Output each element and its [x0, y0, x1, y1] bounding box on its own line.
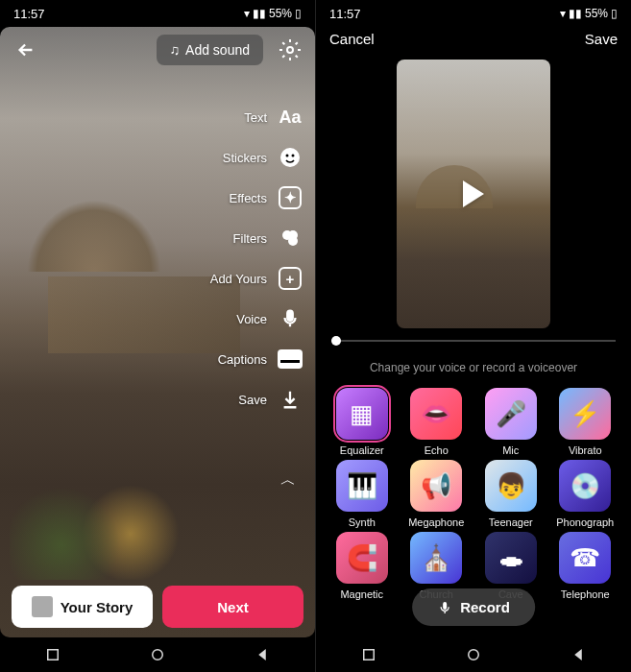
effect-icon: 👄 [410, 388, 462, 440]
svg-point-2 [286, 155, 289, 157]
svg-rect-8 [47, 650, 58, 660]
effect-icon: ⛪ [410, 532, 462, 584]
effect-megaphone[interactable]: 📢Megaphone [400, 460, 473, 528]
tool-voice[interactable]: Voice [210, 305, 303, 332]
tool-stickers[interactable]: Stickers [210, 144, 303, 171]
tool-save[interactable]: Save [210, 386, 303, 413]
slider-handle[interactable] [331, 336, 341, 346]
download-icon [277, 386, 303, 413]
effect-teenager[interactable]: 👦Teenager [474, 460, 547, 528]
status-right: ▾ ▮▮ 55% ▯ [244, 7, 302, 20]
timeline-slider[interactable] [331, 340, 616, 342]
tool-label: Voice [236, 312, 267, 326]
clock: 11:57 [13, 7, 45, 21]
status-right: ▾ ▮▮ 55% ▯ [560, 7, 618, 20]
effect-label: Megaphone [408, 516, 464, 528]
cc-icon: ▬▬ [277, 346, 303, 372]
record-button[interactable]: Record [412, 588, 535, 626]
effect-icon: 🎹 [336, 460, 388, 512]
effect-label: Equalizer [340, 444, 384, 456]
nav-back[interactable] [254, 646, 271, 663]
nav-home[interactable] [465, 646, 482, 663]
effect-equalizer[interactable]: ▦Equalizer [326, 388, 399, 456]
svg-point-12 [469, 650, 479, 660]
effect-label: Synth [349, 516, 376, 528]
modal-header: Cancel Save [316, 31, 631, 47]
svg-point-0 [287, 47, 293, 53]
tool-label: Add Yours [210, 272, 267, 286]
effect-vibrato[interactable]: ⚡Vibrato [549, 388, 622, 456]
nav-home[interactable] [149, 646, 166, 663]
effect-icon: 🎤 [485, 388, 537, 440]
svg-point-9 [153, 650, 163, 660]
android-nav [0, 637, 315, 672]
record-label: Record [460, 599, 510, 615]
effect-label: Mic [502, 444, 519, 456]
android-nav [316, 637, 631, 672]
status-bar: 11:57 ▾ ▮▮ 55% ▯ [316, 0, 631, 27]
next-button[interactable]: Next [162, 586, 303, 628]
effect-icon: 🧲 [336, 532, 388, 584]
collapse-button[interactable]: ︿ [280, 470, 296, 491]
your-story-button[interactable]: Your Story [12, 586, 153, 628]
effect-telephone[interactable]: ☎Telephone [549, 532, 622, 600]
play-icon [463, 180, 484, 207]
plus-icon: + [277, 265, 303, 292]
settings-button[interactable] [277, 36, 303, 63]
effect-synth[interactable]: 🎹Synth [326, 460, 399, 528]
effect-magnetic[interactable]: 🧲Magnetic [326, 532, 399, 600]
svg-rect-7 [287, 311, 293, 321]
editor-screen: 11:57 ▾ ▮▮ 55% ▯ ♫ Add sound TextAaStick… [0, 0, 315, 672]
tool-label: Effects [229, 191, 267, 205]
mic-icon [437, 600, 452, 615]
tool-label: Text [244, 110, 267, 125]
effect-label: Echo [425, 444, 449, 456]
nav-back[interactable] [570, 646, 587, 663]
tool-label: Captions [218, 352, 267, 367]
nav-recent[interactable] [44, 646, 61, 663]
save-button[interactable]: Save [585, 31, 618, 47]
add-sound-label: Add sound [185, 42, 250, 58]
tool-label: Filters [233, 231, 267, 246]
story-thumb [32, 596, 53, 617]
video-thumbnail[interactable] [397, 60, 550, 328]
tool-text[interactable]: TextAa [210, 104, 303, 131]
effect-label: Telephone [561, 588, 610, 600]
hint-text: Change your voice or record a voiceover [316, 361, 631, 374]
svg-rect-11 [363, 650, 374, 660]
effect-icon: 🕳 [485, 532, 537, 584]
next-label: Next [217, 599, 249, 615]
effect-icon: ▦ [336, 388, 388, 440]
bottom-actions: Your Story Next [12, 586, 303, 628]
back-button[interactable] [12, 36, 40, 64]
nav-recent[interactable] [360, 646, 377, 663]
effect-icon: 👦 [485, 460, 537, 512]
svg-point-3 [292, 155, 295, 157]
your-story-label: Your Story [61, 599, 133, 615]
effect-mic[interactable]: 🎤Mic [474, 388, 547, 456]
tool-label: Save [238, 393, 267, 407]
sticker-icon [277, 144, 303, 171]
cancel-button[interactable]: Cancel [329, 31, 375, 47]
effect-echo[interactable]: 👄Echo [400, 388, 473, 456]
star-icon: ✦ [277, 184, 303, 211]
battery-icon: ▯ [611, 7, 618, 20]
voice-screen: 11:57 ▾ ▮▮ 55% ▯ Cancel Save Change your… [316, 0, 631, 672]
wifi-icon: ▾ [244, 7, 250, 20]
tool-filters[interactable]: Filters [210, 225, 303, 252]
music-icon: ♫ [170, 42, 181, 58]
tool-effects[interactable]: Effects✦ [210, 184, 303, 211]
wifi-icon: ▾ [560, 7, 566, 20]
battery-text: 55% [585, 7, 608, 20]
battery-text: 55% [269, 7, 292, 20]
mic-icon [277, 305, 303, 332]
tool-captions[interactable]: Captions▬▬ [210, 346, 303, 372]
svg-rect-10 [443, 602, 447, 610]
effect-phonograph[interactable]: 💿Phonograph [549, 460, 622, 528]
effect-icon: ☎ [559, 532, 611, 584]
battery-icon: ▯ [295, 7, 302, 20]
effect-icon: 📢 [410, 460, 462, 512]
add-sound-button[interactable]: ♫ Add sound [157, 35, 263, 65]
circles-icon [277, 225, 303, 252]
tool-add-yours[interactable]: Add Yours+ [210, 265, 303, 292]
